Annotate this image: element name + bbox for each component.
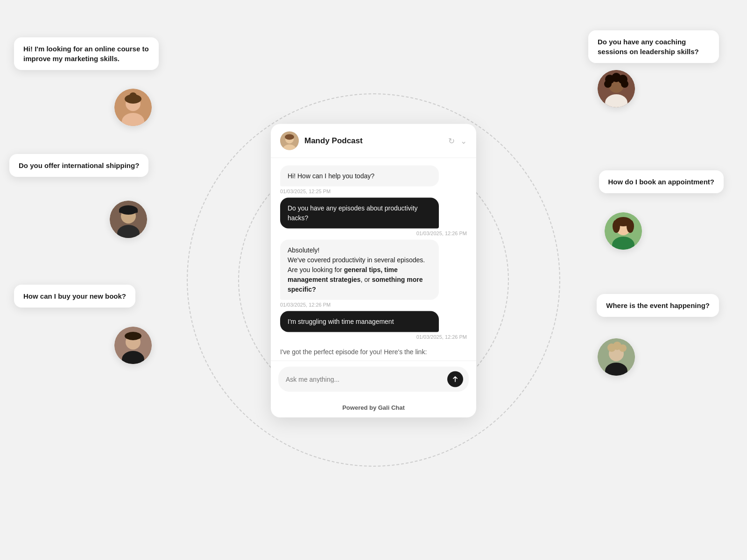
input-row [278, 367, 469, 392]
chat-messages: Hi! How can I help you today? 01/03/2025… [271, 158, 476, 347]
user-bubble-2: I'm struggling with time management [280, 311, 439, 332]
bubble-marketing: Hi! I'm looking for an online course to … [14, 37, 159, 70]
svg-point-37 [285, 134, 294, 140]
chat-input-area [271, 361, 476, 399]
user-bubble-1: Do you have any episodes about productiv… [280, 198, 439, 229]
chat-widget: Mandy Podcast ↻ ⌄ Hi! How can I help you… [271, 124, 476, 418]
avatar-man2 [114, 327, 152, 364]
svg-point-33 [619, 344, 627, 352]
svg-point-4 [125, 94, 141, 104]
svg-rect-9 [119, 209, 138, 213]
svg-point-13 [125, 332, 141, 340]
msg-time-2: 01/03/2025, 12:26 PM [280, 231, 467, 236]
chat-input[interactable] [286, 376, 444, 383]
bot-avatar [280, 132, 299, 150]
avatar-man1 [110, 201, 147, 238]
avatar-woman3 [605, 212, 642, 250]
bubble-appointment: How do I book an appointment? [599, 170, 724, 193]
send-icon [451, 376, 459, 383]
header-icons: ↻ ⌄ [448, 136, 467, 146]
partial-response: I've got the perfect episode for you! He… [271, 347, 476, 361]
send-button[interactable] [447, 371, 463, 387]
bot-bubble-2: Absolutely! We've covered productivity i… [280, 240, 439, 300]
avatar-woman1 [114, 89, 152, 126]
bubble-shipping: Do you offer international shipping? [9, 154, 148, 177]
svg-point-27 [627, 220, 634, 233]
collapse-icon[interactable]: ⌄ [460, 136, 467, 146]
svg-point-20 [604, 80, 612, 88]
avatar-man3 [598, 338, 635, 376]
message-3: Absolutely! We've covered productivity i… [280, 240, 467, 308]
bot-name: Mandy Podcast [304, 136, 443, 146]
message-1: Hi! How can I help you today? 01/03/2025… [280, 166, 467, 194]
message-4: I'm struggling with time management 01/0… [280, 311, 467, 340]
svg-point-26 [613, 220, 620, 233]
msg-time-4: 01/03/2025, 12:26 PM [280, 334, 467, 340]
chat-header: Mandy Podcast ↻ ⌄ [271, 124, 476, 158]
msg-time-1: 01/03/2025, 12:25 PM [280, 189, 467, 194]
avatar-woman2 [598, 70, 635, 107]
bot-bubble-1: Hi! How can I help you today? [280, 166, 439, 187]
msg-time-3: 01/03/2025, 12:26 PM [280, 302, 467, 308]
message-2: Do you have any episodes about productiv… [280, 198, 467, 236]
powered-by: Powered by Gali Chat [271, 399, 476, 418]
svg-point-21 [621, 80, 628, 88]
bubble-coaching: Do you have any coaching sessions on lea… [588, 30, 719, 63]
bubble-event: Where is the event happening? [597, 294, 719, 317]
bubble-book: How can I buy your new book? [14, 285, 135, 308]
refresh-icon[interactable]: ↻ [448, 136, 455, 146]
